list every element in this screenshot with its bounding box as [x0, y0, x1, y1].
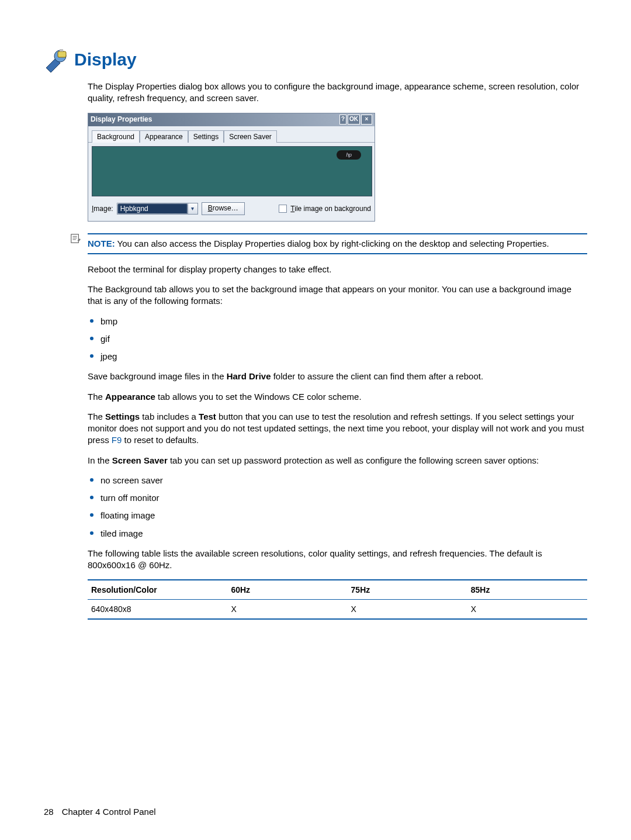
table-intro-paragraph: The following table lists the available …	[88, 548, 587, 572]
chevron-down-icon[interactable]: ▾	[188, 203, 197, 214]
list-item: jpeg	[88, 351, 587, 362]
list-item: no screen saver	[88, 475, 587, 486]
tile-checkbox-label: Tile image on background	[290, 204, 371, 213]
titlebar-help-button[interactable]: ?	[339, 115, 346, 125]
resolution-table: Resolution/Color 60Hz 75Hz 85Hz 640x480x…	[88, 579, 587, 620]
settings-paragraph: The Settings tab includes a Test button …	[88, 411, 587, 447]
dialog-tabs: Background Appearance Settings Screen Sa…	[88, 126, 375, 143]
reboot-paragraph: Reboot the terminal for display property…	[88, 264, 587, 275]
col-85hz: 85Hz	[467, 580, 587, 600]
svg-rect-2	[71, 234, 79, 242]
chapter-label: Chapter 4 Control Panel	[62, 807, 156, 817]
image-combobox[interactable]: Hpbkgnd ▾	[117, 203, 198, 215]
dialog-titlebar: Display Properties ? OK ×	[88, 113, 375, 126]
tab-background[interactable]: Background	[92, 130, 140, 143]
save-paragraph: Save background image files in the Hard …	[88, 371, 587, 382]
background-paragraph: The Background tab allows you to set the…	[88, 284, 587, 307]
list-item: gif	[88, 333, 587, 345]
list-item: turn off monitor	[88, 492, 587, 504]
cell-85: X	[467, 600, 587, 620]
note-label: NOTE:	[88, 238, 115, 248]
tab-screen-saver[interactable]: Screen Saver	[224, 130, 277, 143]
tile-checkbox[interactable]	[279, 205, 287, 213]
list-item: bmp	[88, 316, 587, 327]
screensaver-option-list: no screen saver turn off monitor floatin…	[88, 475, 587, 540]
table-header-row: Resolution/Color 60Hz 75Hz 85Hz	[88, 580, 587, 600]
display-properties-dialog: Display Properties ? OK × Background App…	[88, 113, 587, 222]
appearance-paragraph: The Appearance tab allows you to set the…	[88, 391, 587, 403]
cell-60: X	[227, 600, 347, 620]
screensaver-paragraph: In the Screen Saver tab you can set up p…	[88, 455, 587, 466]
note-icon	[70, 233, 82, 247]
titlebar-ok-button[interactable]: OK	[348, 115, 360, 125]
col-60hz: 60Hz	[227, 580, 347, 600]
cell-75: X	[348, 600, 467, 620]
col-75hz: 75Hz	[348, 580, 467, 600]
intro-paragraph: The Display Properties dialog box allows…	[88, 81, 587, 105]
page-title: Display	[74, 50, 137, 70]
list-item: tiled image	[88, 528, 587, 540]
format-list: bmp gif jpeg	[88, 316, 587, 363]
background-preview: hp	[92, 146, 372, 196]
svg-rect-1	[58, 51, 66, 57]
display-icon	[44, 47, 70, 72]
list-item: floating image	[88, 510, 587, 521]
browse-button[interactable]: Browse…	[202, 202, 245, 215]
table-row: 640x480x8 X X X	[88, 600, 587, 620]
tab-appearance[interactable]: Appearance	[140, 130, 188, 143]
tab-settings[interactable]: Settings	[188, 130, 224, 143]
col-resolution: Resolution/Color	[88, 580, 227, 600]
page-number: 28	[44, 807, 54, 817]
cell-label: 640x480x8	[88, 600, 227, 620]
image-label: Image:	[92, 204, 113, 213]
note-body: You can also access the Display Properti…	[117, 238, 549, 248]
titlebar-close-button[interactable]: ×	[361, 115, 372, 125]
note-box: NOTE: You can also access the Display Pr…	[88, 233, 587, 254]
page-footer: 28 Chapter 4 Control Panel	[44, 807, 156, 817]
dialog-title-text: Display Properties	[91, 115, 152, 124]
image-combobox-value: Hpbkgnd	[117, 203, 188, 214]
hp-logo-icon: hp	[337, 150, 361, 160]
